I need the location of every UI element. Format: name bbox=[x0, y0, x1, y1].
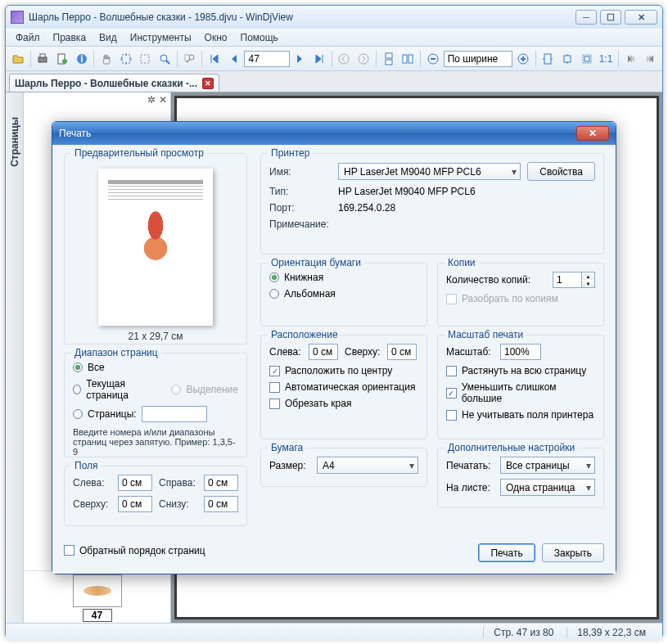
open-icon[interactable] bbox=[9, 50, 27, 68]
printer-name-combo[interactable]: HP LaserJet M9040 MFP PCL6 bbox=[338, 163, 521, 180]
extra-sheet-label: На листе: bbox=[446, 482, 494, 493]
reverse-check[interactable]: Обратный порядок страниц bbox=[64, 545, 205, 556]
range-hint: Введите номера и/или диапазоны страниц ч… bbox=[73, 427, 238, 457]
copies-spinner[interactable]: ▲▼ bbox=[553, 272, 595, 288]
first-page-icon[interactable] bbox=[205, 50, 223, 68]
rotate-left-icon[interactable] bbox=[622, 50, 640, 68]
side-tab-pages[interactable]: Страницы bbox=[6, 92, 24, 623]
dialog-titlebar[interactable]: Печать ✕ bbox=[52, 122, 616, 145]
back-icon[interactable] bbox=[336, 50, 354, 68]
center-check[interactable]: ✓Расположить по центру bbox=[269, 365, 418, 376]
dialog-title: Печать bbox=[59, 128, 91, 139]
dialog-close-button[interactable]: ✕ bbox=[576, 126, 609, 141]
range-all-radio[interactable]: Все bbox=[73, 362, 238, 373]
printer-properties-button[interactable]: Свойства bbox=[527, 162, 595, 181]
minimize-button[interactable]: ─ bbox=[575, 10, 597, 25]
fit-check[interactable]: Растянуть на всю страницу bbox=[446, 365, 595, 376]
paper-size-combo[interactable]: A4 bbox=[317, 457, 418, 474]
range-pages-radio[interactable]: Страницы: bbox=[73, 406, 238, 422]
margins-group: Поля Слева: Справа: Сверху: Снизу: bbox=[64, 466, 247, 526]
actual-size-icon[interactable]: 1:1 bbox=[597, 50, 615, 68]
svg-rect-17 bbox=[403, 55, 407, 63]
svg-rect-6 bbox=[122, 55, 130, 63]
portrait-radio[interactable]: Книжная bbox=[269, 272, 418, 283]
svg-point-14 bbox=[359, 54, 368, 64]
panel-close-icon[interactable]: ✕ bbox=[159, 94, 167, 106]
forward-icon[interactable] bbox=[354, 50, 372, 68]
zoom-combo[interactable]: По ширине bbox=[444, 51, 512, 67]
continuous-icon[interactable] bbox=[380, 50, 398, 68]
facing-icon[interactable] bbox=[399, 50, 417, 68]
extra-label: Дополнительные настройки bbox=[445, 442, 578, 453]
select-icon[interactable] bbox=[117, 50, 135, 68]
menu-edit[interactable]: Правка bbox=[48, 30, 92, 45]
landscape-radio[interactable]: Альбомная bbox=[269, 288, 418, 299]
tabstrip: Шарль Перро - Волшебные сказки -... ✕ bbox=[6, 71, 662, 92]
zoom-in-icon[interactable] bbox=[514, 50, 532, 68]
pos-top-input[interactable] bbox=[387, 344, 417, 360]
extra-sheet-combo[interactable]: Одна страница bbox=[500, 479, 595, 496]
page-number-input[interactable]: 47 bbox=[244, 51, 289, 67]
pos-left-input[interactable] bbox=[309, 344, 338, 360]
last-page-icon[interactable] bbox=[310, 50, 328, 68]
preview-size: 21 x 29,7 см bbox=[73, 331, 238, 342]
document-tab[interactable]: Шарль Перро - Волшебные сказки -... ✕ bbox=[9, 74, 219, 92]
close-button[interactable]: Закрыть bbox=[542, 543, 604, 562]
menubar: Файл Правка Вид Инструменты Окно Помощь bbox=[6, 29, 662, 47]
extra-print-combo[interactable]: Все страницы bbox=[500, 457, 595, 474]
menu-help[interactable]: Помощь bbox=[236, 30, 283, 45]
spin-up-icon[interactable]: ▲ bbox=[582, 272, 594, 280]
margin-top-input[interactable] bbox=[118, 496, 152, 512]
crop-check[interactable]: Обрезать края bbox=[269, 398, 418, 409]
range-pages-input[interactable] bbox=[142, 406, 207, 422]
menu-file[interactable]: Файл bbox=[11, 30, 45, 45]
spin-down-icon[interactable]: ▼ bbox=[582, 280, 594, 287]
marquee-icon[interactable] bbox=[137, 50, 155, 68]
margin-right-input[interactable] bbox=[204, 475, 238, 491]
margin-left-input[interactable] bbox=[118, 475, 152, 491]
scale-input[interactable] bbox=[500, 344, 541, 360]
export-icon[interactable] bbox=[53, 50, 71, 68]
fit-height-icon[interactable] bbox=[558, 50, 576, 68]
fit-page-icon[interactable] bbox=[578, 50, 596, 68]
next-page-icon[interactable] bbox=[291, 50, 309, 68]
tab-close-icon[interactable]: ✕ bbox=[202, 78, 214, 89]
toolbar: i 47 По ширине 1:1 bbox=[6, 47, 662, 71]
print-button[interactable]: Печать bbox=[478, 543, 535, 562]
preview-figure bbox=[133, 205, 178, 263]
prev-page-icon[interactable] bbox=[225, 50, 243, 68]
menu-tools[interactable]: Инструменты bbox=[125, 30, 196, 45]
scale-pct-label: Масштаб: bbox=[446, 346, 494, 358]
svg-text:i: i bbox=[80, 53, 83, 65]
zoom-out-icon[interactable] bbox=[424, 50, 442, 68]
ignore-margins-check[interactable]: Не учитывать поля принтера bbox=[446, 409, 595, 421]
auto-orient-check[interactable]: Автоматическая ориентация bbox=[269, 381, 418, 393]
svg-rect-7 bbox=[141, 55, 149, 63]
copies-group: Копии Количество копий: ▲▼ Разобрать по … bbox=[437, 263, 604, 327]
margin-bottom-input[interactable] bbox=[204, 496, 238, 512]
find-icon[interactable] bbox=[181, 50, 199, 68]
statusbar: Стр. 47 из 80 18,39 x 22,3 см bbox=[6, 623, 662, 641]
app-icon bbox=[11, 11, 24, 24]
titlebar[interactable]: Шарль Перро - Волшебные сказки - 1985.dj… bbox=[6, 6, 662, 29]
menu-window[interactable]: Окно bbox=[200, 30, 232, 45]
maximize-button[interactable]: ☐ bbox=[600, 10, 621, 25]
printer-port-label: Порт: bbox=[269, 202, 332, 214]
shrink-check[interactable]: ✓Уменьшить слишком большие bbox=[446, 381, 595, 404]
copies-input[interactable] bbox=[553, 272, 582, 288]
magnify-icon[interactable] bbox=[156, 50, 174, 68]
svg-rect-12 bbox=[185, 55, 189, 61]
hand-icon[interactable] bbox=[97, 50, 115, 68]
extra-group: Дополнительные настройки Печатать: Все с… bbox=[437, 448, 604, 508]
preview-label: Предварительный просмотр bbox=[71, 147, 207, 159]
rotate-right-icon[interactable] bbox=[642, 50, 660, 68]
menu-view[interactable]: Вид bbox=[94, 30, 122, 45]
gear-icon[interactable]: ✲ bbox=[147, 94, 156, 106]
print-icon[interactable] bbox=[34, 50, 52, 68]
window-close-button[interactable]: ✕ bbox=[625, 10, 657, 25]
fit-width-icon[interactable] bbox=[539, 50, 557, 68]
range-current-radio[interactable]: Текущая страница bbox=[73, 378, 155, 401]
info-icon[interactable]: i bbox=[73, 50, 91, 68]
orientation-group: Ориентация бумаги Книжная Альбомная bbox=[260, 263, 427, 327]
thumbnail[interactable] bbox=[73, 574, 122, 607]
